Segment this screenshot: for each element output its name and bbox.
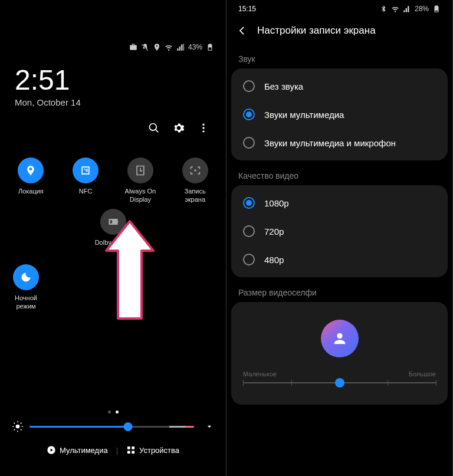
apps-icon: [126, 445, 136, 455]
gear-icon[interactable]: [173, 122, 185, 134]
qs-action-bar: [0, 110, 226, 146]
selfie-size-slider[interactable]: Маленькое Большое: [231, 365, 448, 401]
quality-options: 1080p 720p 480p: [231, 185, 448, 277]
bluetooth-icon: [379, 5, 388, 13]
qs-tile-nfc[interactable]: NFC: [65, 157, 106, 204]
bottom-bar: Мультимедиа | Устройства: [0, 439, 226, 467]
signal-icon: [176, 43, 185, 51]
svg-rect-5: [127, 447, 130, 449]
app-header: Настройки записи экрана: [226, 18, 452, 44]
qs-tile-location[interactable]: Локация: [11, 157, 51, 204]
selfie-size-panel: Маленькое Большое: [231, 302, 448, 405]
battery-icon: [432, 5, 441, 13]
wifi-icon: [391, 5, 399, 13]
radio-icon-selected: [243, 197, 255, 209]
signal-icon: [403, 5, 411, 13]
multimedia-button[interactable]: Мультимедиа: [47, 445, 108, 455]
page-indicator: [0, 310, 226, 413]
back-icon[interactable]: [236, 25, 248, 37]
screen-record-icon: [189, 165, 201, 176]
brightness-track[interactable]: [29, 426, 194, 428]
brightness-thumb[interactable]: [124, 422, 133, 431]
status-bar: 15:15 28%: [226, 0, 452, 18]
svg-point-3: [16, 425, 20, 429]
clock-icon: [134, 165, 146, 176]
section-sound: Звук: [226, 44, 452, 68]
qs-tile-always-on-display[interactable]: Always On Display: [120, 157, 160, 204]
nfc-icon: [80, 165, 91, 176]
devices-button[interactable]: Устройства: [126, 445, 179, 455]
page-title: Настройки записи экрана: [257, 25, 376, 37]
divider: |: [116, 446, 118, 455]
radio-icon-selected: [243, 109, 255, 120]
svg-point-1: [202, 127, 204, 129]
radio-icon: [243, 137, 255, 149]
clock-time: 2:51: [15, 64, 211, 96]
svg-rect-7: [127, 451, 130, 454]
slider-track[interactable]: [243, 382, 436, 383]
avatar-preview: [231, 306, 448, 365]
brightness-icon: [12, 421, 24, 432]
play-icon: [47, 445, 56, 455]
section-selfie-size: Размер видеоселфи: [226, 277, 452, 302]
status-time: 15:15: [238, 5, 256, 13]
slider-min-label: Маленькое: [243, 370, 277, 377]
status-bar: 43%: [0, 0, 226, 52]
battery-percent: 28%: [415, 5, 429, 13]
radio-720p[interactable]: 720p: [231, 217, 448, 245]
svg-rect-8: [132, 451, 134, 454]
svg-point-0: [202, 124, 204, 126]
location-icon: [153, 43, 161, 51]
radio-1080p[interactable]: 1080p: [231, 189, 448, 217]
quick-settings-panel: 43% 2:51 Mon, October 14 Локация NFC Alw…: [0, 0, 226, 476]
sound-options: Без звука Звуки мультимедиа Звуки мульти…: [231, 68, 448, 160]
svg-rect-6: [132, 447, 134, 449]
svg-point-2: [202, 130, 204, 132]
moon-icon: [20, 271, 32, 283]
location-pin-icon: [25, 165, 37, 176]
briefcase-icon: [129, 43, 137, 51]
settings-screen: 15:15 28% Настройки записи экрана Звук Б…: [226, 0, 453, 476]
arrow-annotation: [97, 218, 162, 324]
section-quality: Качество видео: [226, 160, 452, 185]
clock-area: 2:51 Mon, October 14: [0, 52, 226, 110]
slider-max-label: Большое: [409, 370, 436, 377]
qs-tile-night-mode[interactable]: Ночной режим: [6, 264, 46, 311]
clock-date: Mon, October 14: [15, 97, 211, 107]
qs-tile-screen-record[interactable]: Запись экрана: [175, 157, 215, 204]
radio-icon: [243, 225, 255, 237]
slider-thumb[interactable]: [335, 378, 344, 388]
chevron-down-icon[interactable]: [205, 422, 214, 431]
radio-no-sound[interactable]: Без звука: [231, 72, 448, 100]
radio-icon: [243, 80, 255, 92]
radio-media-sound[interactable]: Звуки мультимедиа: [231, 100, 448, 129]
avatar-icon: [321, 320, 359, 357]
radio-480p[interactable]: 480p: [231, 245, 448, 274]
mute-icon: [141, 43, 149, 51]
search-icon[interactable]: [148, 122, 160, 134]
battery-icon: [206, 43, 214, 51]
radio-media-and-mic[interactable]: Звуки мультимедиа и микрофон: [231, 129, 448, 157]
radio-icon: [243, 254, 255, 265]
battery-percent: 43%: [188, 43, 202, 51]
wifi-icon: [165, 43, 173, 51]
more-icon[interactable]: [198, 122, 209, 134]
brightness-slider[interactable]: [0, 413, 226, 439]
